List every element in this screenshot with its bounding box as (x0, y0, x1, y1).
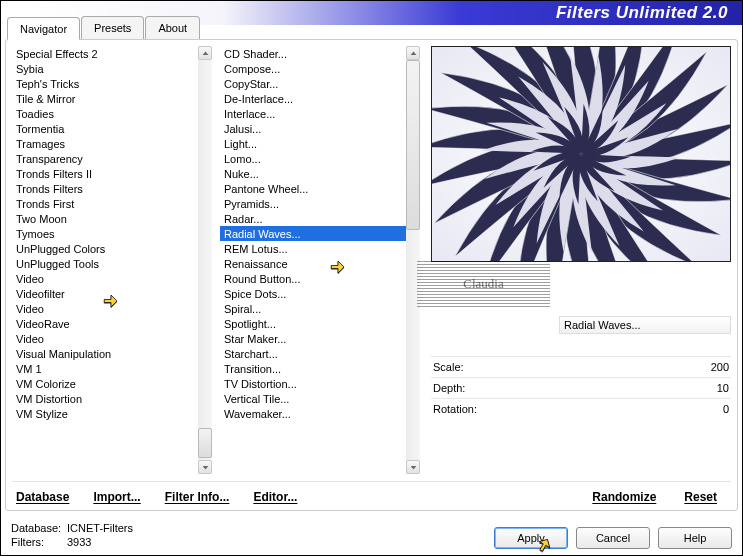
category-list[interactable]: Special Effects 2SybiaTeph's TricksTile … (12, 46, 198, 474)
param-label: Depth: (433, 382, 465, 394)
list-item[interactable]: Special Effects 2 (12, 46, 198, 61)
app-title: Filters Unlimited 2.0 (556, 3, 728, 23)
list-item[interactable]: VideoRave (12, 316, 198, 331)
filter-list-container: CD Shader...Compose...CopyStar...De-Inte… (220, 46, 420, 474)
help-button[interactable]: Help (658, 527, 732, 549)
list-item[interactable]: Spice Dots... (220, 286, 406, 301)
list-item[interactable]: Wavemaker... (220, 406, 406, 421)
list-item[interactable]: Tronds First (12, 196, 198, 211)
editor-link[interactable]: Editor... (253, 490, 297, 504)
list-item[interactable]: Video (12, 331, 198, 346)
list-item[interactable]: Jalusi... (220, 121, 406, 136)
bottom-bar: Database:ICNET-Filters Filters:3933 Appl… (11, 515, 732, 549)
parameter-panel: Scale: 200 Depth: 10 Rotation: 0 (431, 356, 731, 419)
list-item[interactable]: Tymoes (12, 226, 198, 241)
param-row-depth: Depth: 10 (431, 377, 731, 398)
list-item[interactable]: Sybia (12, 61, 198, 76)
list-item[interactable]: Videofilter (12, 286, 198, 301)
param-value[interactable]: 200 (711, 361, 729, 373)
list-item[interactable]: Tormentia (12, 121, 198, 136)
database-link[interactable]: Database (16, 490, 69, 504)
list-item[interactable]: Transparency (12, 151, 198, 166)
watermark-text: Claudia (463, 276, 503, 292)
param-label: Scale: (433, 361, 464, 373)
category-scrollbar[interactable] (198, 46, 212, 474)
list-item[interactable]: Toadies (12, 106, 198, 121)
list-item[interactable]: Spotlight... (220, 316, 406, 331)
list-item[interactable]: Pantone Wheel... (220, 181, 406, 196)
reset-link[interactable]: Reset (684, 490, 717, 504)
filter-info-link[interactable]: Filter Info... (165, 490, 230, 504)
list-item[interactable]: Teph's Tricks (12, 76, 198, 91)
scroll-down-button[interactable] (406, 460, 420, 474)
list-item[interactable]: Tronds Filters (12, 181, 198, 196)
import-link[interactable]: Import... (93, 490, 140, 504)
list-item[interactable]: Renaissance (220, 256, 406, 271)
separator (12, 481, 731, 482)
content-panel: Special Effects 2SybiaTeph's TricksTile … (5, 39, 738, 511)
tab-presets[interactable]: Presets (81, 16, 144, 39)
param-row-scale: Scale: 200 (431, 356, 731, 377)
filters-count-label: Filters: (11, 535, 67, 549)
tab-navigator[interactable]: Navigator (7, 17, 80, 40)
filter-name-display: Radial Waves... (559, 316, 731, 334)
param-value[interactable]: 0 (723, 403, 729, 415)
list-item[interactable]: Starchart... (220, 346, 406, 361)
list-item[interactable]: Pyramids... (220, 196, 406, 211)
list-item[interactable]: Two Moon (12, 211, 198, 226)
list-item[interactable]: Tile & Mirror (12, 91, 198, 106)
cancel-button[interactable]: Cancel (576, 527, 650, 549)
list-item[interactable]: Video (12, 271, 198, 286)
filter-list[interactable]: CD Shader...Compose...CopyStar...De-Inte… (220, 46, 406, 474)
list-item[interactable]: Compose... (220, 61, 406, 76)
list-item[interactable]: Lomo... (220, 151, 406, 166)
filters-count-value: 3933 (67, 536, 91, 548)
randomize-link[interactable]: Randomize (592, 490, 656, 504)
list-item[interactable]: REM Lotus... (220, 241, 406, 256)
link-bar-left: Database Import... Filter Info... Editor… (16, 490, 297, 504)
filter-scrollbar[interactable] (406, 46, 420, 474)
list-item[interactable]: Vertical Tile... (220, 391, 406, 406)
scroll-thumb[interactable] (198, 428, 212, 458)
list-item[interactable]: Interlace... (220, 106, 406, 121)
tab-about[interactable]: About (145, 16, 200, 39)
scroll-up-button[interactable] (198, 46, 212, 60)
watermark-overlay: Claudia (417, 261, 550, 307)
list-item[interactable]: De-Interlace... (220, 91, 406, 106)
link-bar-right: Randomize Reset (592, 490, 717, 504)
list-item[interactable]: Star Maker... (220, 331, 406, 346)
param-row-rotation: Rotation: 0 (431, 398, 731, 419)
category-list-container: Special Effects 2SybiaTeph's TricksTile … (12, 46, 212, 474)
database-label: Database: (11, 521, 67, 535)
list-item[interactable]: Radial Waves... (220, 226, 406, 241)
list-item[interactable]: UnPlugged Colors (12, 241, 198, 256)
scroll-thumb[interactable] (406, 60, 420, 230)
list-item[interactable]: VM 1 (12, 361, 198, 376)
list-item[interactable]: Nuke... (220, 166, 406, 181)
list-item[interactable]: CopyStar... (220, 76, 406, 91)
param-value[interactable]: 10 (717, 382, 729, 394)
preview-image (431, 46, 731, 262)
list-item[interactable]: Light... (220, 136, 406, 151)
tab-strip: Navigator Presets About (7, 16, 201, 39)
list-item[interactable]: VM Distortion (12, 391, 198, 406)
list-item[interactable]: Video (12, 301, 198, 316)
list-item[interactable]: Round Button... (220, 271, 406, 286)
list-item[interactable]: TV Distortion... (220, 376, 406, 391)
scroll-down-button[interactable] (198, 460, 212, 474)
scroll-up-button[interactable] (406, 46, 420, 60)
list-item[interactable]: CD Shader... (220, 46, 406, 61)
list-item[interactable]: Transition... (220, 361, 406, 376)
list-item[interactable]: VM Stylize (12, 406, 198, 421)
list-item[interactable]: Tronds Filters II (12, 166, 198, 181)
apply-button[interactable]: Apply (494, 527, 568, 549)
database-info: Database:ICNET-Filters Filters:3933 (11, 521, 133, 549)
list-item[interactable]: Visual Manipulation (12, 346, 198, 361)
list-item[interactable]: Tramages (12, 136, 198, 151)
list-item[interactable]: Spiral... (220, 301, 406, 316)
dialog-buttons: Apply Cancel Help (494, 527, 732, 549)
list-item[interactable]: Radar... (220, 211, 406, 226)
param-label: Rotation: (433, 403, 477, 415)
list-item[interactable]: UnPlugged Tools (12, 256, 198, 271)
list-item[interactable]: VM Colorize (12, 376, 198, 391)
